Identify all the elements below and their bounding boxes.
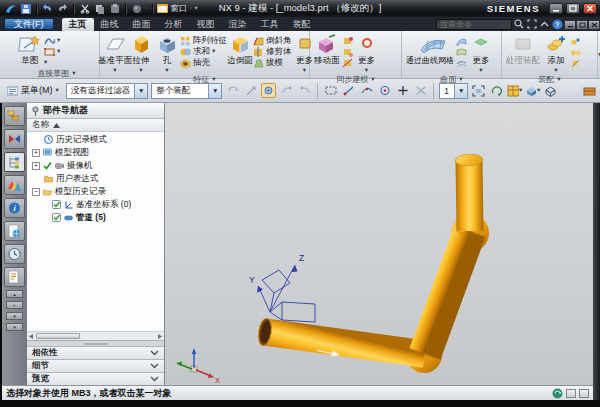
horizontal-scrollbar[interactable] <box>27 331 164 340</box>
graphics-viewport[interactable]: Z Y X <box>165 103 593 385</box>
chamfer-button[interactable]: 倒斜角 <box>253 35 292 46</box>
minimize-button[interactable] <box>549 3 563 14</box>
rectangle-button[interactable]: ▾ <box>44 46 60 57</box>
datum-plane-button[interactable]: 基准平面▾ <box>102 33 128 74</box>
selection-scope-combo[interactable]: 整个装配 ▼ <box>151 83 222 99</box>
offset-surface-button[interactable] <box>456 57 467 68</box>
minimize-ribbon-icon[interactable] <box>538 18 551 30</box>
reuse-library-button[interactable] <box>4 175 25 195</box>
resource-bar-collapse[interactable]: ▾ <box>6 323 23 331</box>
search-icon[interactable] <box>512 18 525 30</box>
clip-section-icon[interactable] <box>582 83 597 98</box>
expand-plus-icon[interactable]: + <box>32 162 40 170</box>
constraint-navigator-button[interactable] <box>4 129 25 149</box>
paste-icon[interactable] <box>108 3 121 15</box>
dialog-launcher-icon[interactable]: ▾ <box>72 70 75 77</box>
touch-mode-icon[interactable] <box>525 18 538 30</box>
tab-tools[interactable]: 工具 <box>254 18 286 31</box>
work-layer-combo[interactable]: 1 ▼ <box>439 83 468 99</box>
hole-button[interactable]: 孔▾ <box>154 33 180 74</box>
extrude-button[interactable]: 拉伸▾ <box>128 33 154 74</box>
chevron-down-icon[interactable]: ▾ <box>145 5 148 12</box>
swept-button[interactable] <box>456 35 467 46</box>
window-toggle-icon[interactable] <box>579 389 589 398</box>
tree-item-history-mode[interactable]: 历史记录模式 <box>27 133 164 146</box>
copy-icon[interactable] <box>93 3 106 15</box>
snap-endpoint-icon[interactable] <box>341 83 356 98</box>
chevron-down-icon[interactable]: ▼ <box>208 84 221 98</box>
sketch-button[interactable]: 草图 <box>16 33 44 67</box>
deselect-icon[interactable] <box>243 83 258 98</box>
tab-home[interactable]: 主页 <box>62 18 94 31</box>
column-header-name[interactable]: 名称 <box>27 119 164 132</box>
dialog-launcher-icon[interactable]: ▾ <box>212 76 215 83</box>
close-button[interactable] <box>583 3 597 14</box>
sketch-more-button[interactable]: ▾ <box>44 57 60 68</box>
tree-item-datum-csys[interactable]: 基准坐标系 (0) <box>27 198 164 211</box>
replace-face-button[interactable] <box>342 57 353 68</box>
help-icon[interactable]: ? <box>551 18 564 30</box>
history-palette-button[interactable] <box>4 244 25 264</box>
expand-minus-icon[interactable]: − <box>32 188 40 196</box>
save-icon[interactable] <box>19 3 32 15</box>
expand-plus-icon[interactable]: + <box>32 149 40 157</box>
snap-arc-center-icon[interactable] <box>377 83 392 98</box>
snap-intersection-icon[interactable] <box>413 83 428 98</box>
snap-curve-icon[interactable] <box>359 83 374 98</box>
menu-button[interactable]: 菜单(M) ▾ <box>3 82 63 100</box>
surface-more-button[interactable]: 更多▾ <box>467 33 495 74</box>
tree-item-model-views[interactable]: + 模型视图 <box>27 146 164 159</box>
doc-close-button[interactable] <box>588 20 600 30</box>
undo-icon[interactable] <box>41 3 54 15</box>
selection-filter-combo[interactable]: 没有选择过滤器 ▼ <box>66 83 149 99</box>
studio-spline-button[interactable]: ▾ <box>44 35 60 46</box>
window-layout-icon[interactable]: ▾ <box>507 83 522 98</box>
tab-curve[interactable]: 曲线 <box>94 18 126 31</box>
trim-body-button[interactable]: 修剪体 <box>253 46 292 57</box>
hd3d-tools-button[interactable]: i <box>4 198 25 218</box>
maximize-button[interactable] <box>566 3 580 14</box>
ruled-button[interactable] <box>456 46 467 57</box>
chevron-down-icon[interactable]: ▼ <box>454 84 467 98</box>
redo-icon[interactable] <box>56 3 69 15</box>
tab-assemblies[interactable]: 装配 <box>286 18 318 31</box>
tree-item-model-history[interactable]: − 模型历史记录 <box>27 185 164 198</box>
assembly-navigator-button[interactable] <box>4 106 25 126</box>
grid-toggle-icon[interactable] <box>566 389 576 398</box>
doc-restore-button[interactable] <box>576 20 588 30</box>
assembly-constraints-button[interactable] <box>570 57 581 68</box>
checkbox-checked-icon[interactable] <box>52 213 61 222</box>
pattern-component-button[interactable] <box>570 35 581 46</box>
wireframe-style-icon[interactable] <box>543 83 558 98</box>
dialog-launcher-icon[interactable]: ▾ <box>557 76 560 83</box>
fit-view-icon[interactable] <box>471 83 486 98</box>
edge-blend-button[interactable]: 边倒圆 <box>227 33 253 67</box>
through-curve-mesh-button[interactable]: 通过曲线网格 <box>404 33 456 66</box>
process-studio-button[interactable] <box>4 267 25 287</box>
scrollbar-thumb[interactable] <box>36 333 80 339</box>
resource-bar-scroll-up[interactable]: ▴ <box>6 290 23 298</box>
select-rectangle-icon[interactable] <box>323 83 338 98</box>
offset-region-button[interactable] <box>342 46 353 57</box>
unite-button[interactable]: 求和▾ <box>180 46 227 57</box>
dialog-launcher-icon[interactable]: ▾ <box>459 76 462 83</box>
part-navigator-button[interactable] <box>4 152 25 172</box>
undo-view-icon[interactable] <box>279 83 294 98</box>
move-face-button[interactable]: 移动面 <box>312 33 342 67</box>
sync-more-button[interactable]: 更多▾ <box>353 33 381 74</box>
resource-bar-pin[interactable]: ▪ <box>6 301 23 309</box>
pin-icon[interactable] <box>31 106 40 116</box>
resource-bar-scroll-down[interactable]: ▾ <box>6 312 23 320</box>
panel-preview[interactable]: 预览 <box>27 372 164 385</box>
alerts-icon[interactable] <box>552 388 563 399</box>
tree-item-tube[interactable]: 管道 (5) <box>27 211 164 224</box>
tab-analysis[interactable]: 分析 <box>158 18 190 31</box>
redo-view-icon[interactable] <box>297 83 312 98</box>
pipe-model[interactable] <box>256 153 489 373</box>
tab-file[interactable]: 文件(F) <box>4 18 54 30</box>
draft-button[interactable]: 拔模 <box>253 57 292 68</box>
rotate-view-icon[interactable] <box>489 83 504 98</box>
cut-icon[interactable] <box>78 3 91 15</box>
tab-render[interactable]: 渲染 <box>222 18 254 31</box>
chevron-down-icon[interactable]: ▼ <box>134 84 147 98</box>
